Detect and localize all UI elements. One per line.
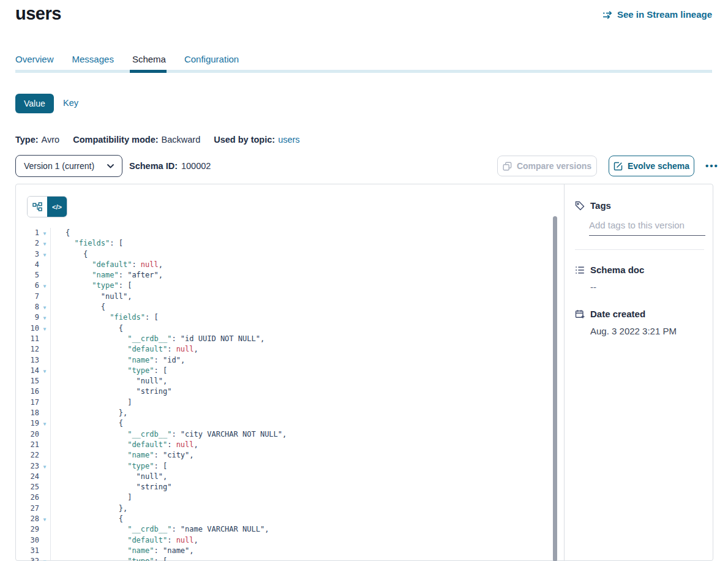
line-number: 15 xyxy=(25,376,39,386)
value-toggle-button[interactable]: Value xyxy=(15,94,54,113)
code-line: 24 "null", xyxy=(25,472,549,482)
code-text: "name": "id", xyxy=(50,355,185,366)
code-text: "string" xyxy=(50,482,171,492)
fold-toggle-icon xyxy=(39,482,50,492)
fold-toggle-icon xyxy=(39,376,50,386)
compare-versions-label: Compare versions xyxy=(517,161,591,171)
tab-overview[interactable]: Overview xyxy=(15,54,54,70)
fold-toggle-icon[interactable]: ▼ xyxy=(39,514,50,524)
key-toggle-button[interactable]: Key xyxy=(63,98,78,108)
type-value: Avro xyxy=(42,135,60,145)
code-line: 12 "default": null, xyxy=(25,344,549,355)
fold-toggle-icon xyxy=(39,524,50,535)
code-line: 31 "name": "name", xyxy=(25,546,549,556)
code-line: 15 "null", xyxy=(25,376,549,386)
line-number: 23 xyxy=(25,461,39,472)
fold-toggle-icon[interactable]: ▼ xyxy=(39,238,50,249)
code-line: 30 "default": null, xyxy=(25,535,549,546)
used-by-topic-label: Used by topic: xyxy=(214,135,275,145)
chevron-down-icon xyxy=(107,164,114,168)
line-number: 18 xyxy=(25,408,39,418)
tab-schema[interactable]: Schema xyxy=(132,54,166,70)
evolve-schema-button[interactable]: Evolve schema xyxy=(609,156,694,176)
code-editor: 1▼{2▼ "fields": [3▼ {4 "default": null,5… xyxy=(25,228,549,561)
code-line: 18 }, xyxy=(25,408,549,418)
fold-toggle-icon xyxy=(39,440,50,450)
schema-panel: </> 1▼{2▼ "fields": [3▼ {4 "default": nu… xyxy=(15,184,713,561)
evolve-schema-label: Evolve schema xyxy=(628,161,689,171)
fold-toggle-icon[interactable]: ▼ xyxy=(39,228,50,238)
topic-link[interactable]: users xyxy=(278,135,299,145)
calendar-plus-icon xyxy=(575,309,585,319)
fold-toggle-icon[interactable]: ▼ xyxy=(39,249,50,260)
schema-meta-row: Type: Avro Compatibility mode: Backward … xyxy=(15,135,300,145)
fold-toggle-icon[interactable]: ▼ xyxy=(39,461,50,472)
code-text: { xyxy=(50,418,123,429)
code-view-button[interactable]: </> xyxy=(47,197,67,217)
scrollbar-thumb[interactable] xyxy=(553,216,557,561)
code-text: "type": [ xyxy=(50,366,167,376)
fold-toggle-icon xyxy=(39,344,50,355)
tags-input[interactable] xyxy=(589,220,705,236)
tabs-track xyxy=(15,70,712,73)
line-number: 21 xyxy=(25,440,39,450)
line-number: 13 xyxy=(25,355,39,366)
date-created-heading: Date created xyxy=(590,309,645,319)
code-text: "fields": [ xyxy=(50,312,159,323)
fold-toggle-icon xyxy=(39,397,50,408)
fold-toggle-icon[interactable]: ▼ xyxy=(39,556,50,561)
code-line: 17 ] xyxy=(25,397,549,408)
code-line: 19▼ { xyxy=(25,418,549,429)
fold-toggle-icon[interactable]: ▼ xyxy=(39,302,50,312)
code-text: { xyxy=(50,249,88,260)
schema-doc-heading: Schema doc xyxy=(590,265,644,275)
stream-lineage-icon xyxy=(602,10,613,19)
code-line: 25 "string" xyxy=(25,482,549,492)
tree-view-button[interactable] xyxy=(28,197,47,217)
code-line: 5 "name": "after", xyxy=(25,270,549,280)
fold-toggle-icon xyxy=(39,450,50,461)
line-number: 6 xyxy=(25,280,39,291)
code-text: "type": [ xyxy=(50,556,167,561)
code-text: "name": "name", xyxy=(50,546,194,556)
schema-sidebar: Tags Schema doc -- xyxy=(564,184,714,560)
tab-bar: Overview Messages Schema Configuration xyxy=(15,54,239,70)
code-text: "__crdb__": "name VARCHAR NULL", xyxy=(50,524,269,535)
code-line: 4 "default": null, xyxy=(25,260,549,270)
compatibility-mode-value: Backward xyxy=(162,135,201,145)
fold-toggle-icon xyxy=(39,492,50,503)
code-text: "default": null, xyxy=(50,535,198,546)
line-number: 31 xyxy=(25,546,39,556)
code-icon: </> xyxy=(52,203,62,211)
fold-toggle-icon xyxy=(39,270,50,280)
code-line: 10▼ { xyxy=(25,323,549,334)
line-number: 30 xyxy=(25,535,39,546)
fold-toggle-icon[interactable]: ▼ xyxy=(39,323,50,334)
date-created-section: Date created Aug. 3 2022 3:21 PM xyxy=(575,309,704,336)
version-select-value: Version 1 (current) xyxy=(24,161,94,171)
fold-toggle-icon[interactable]: ▼ xyxy=(39,280,50,291)
code-text: "default": null, xyxy=(50,260,163,270)
code-line: 11 "__crdb__": "id UUID NOT NULL", xyxy=(25,334,549,344)
see-in-stream-lineage-link[interactable]: See in Stream lineage xyxy=(602,9,712,20)
version-select[interactable]: Version 1 (current) xyxy=(15,155,122,177)
line-number: 19 xyxy=(25,418,39,429)
more-actions-button[interactable]: ••• xyxy=(702,155,722,176)
code-line: 20 "__crdb__": "city VARCHAR NOT NULL", xyxy=(25,429,549,440)
schema-id-value: 100002 xyxy=(181,161,211,171)
code-line: 16 "string" xyxy=(25,386,549,397)
code-text: }, xyxy=(50,503,127,514)
tags-heading: Tags xyxy=(590,200,611,211)
tab-configuration[interactable]: Configuration xyxy=(184,54,239,70)
fold-toggle-icon[interactable]: ▼ xyxy=(39,418,50,429)
code-line: 32▼ "type": [ xyxy=(25,556,549,561)
tab-messages[interactable]: Messages xyxy=(72,54,114,70)
fold-toggle-icon xyxy=(39,260,50,270)
fold-toggle-icon xyxy=(39,408,50,418)
code-text: "type": [ xyxy=(50,461,167,472)
line-number: 22 xyxy=(25,450,39,461)
code-text: { xyxy=(50,302,105,312)
fold-toggle-icon[interactable]: ▼ xyxy=(39,366,50,376)
compare-versions-button[interactable]: Compare versions xyxy=(497,156,597,176)
fold-toggle-icon[interactable]: ▼ xyxy=(39,312,50,323)
